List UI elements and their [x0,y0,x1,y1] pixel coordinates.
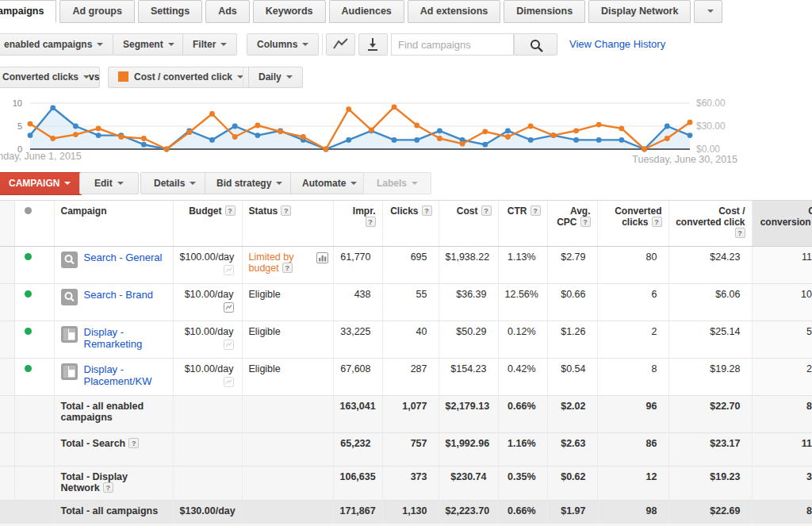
download-icon [359,34,387,55]
clicks-cell: 373 [382,466,439,501]
header-rate[interactable]: Click conversion rate [752,201,812,247]
cost_conv-cell: $22.70 [668,396,752,433]
filter-button[interactable]: Filter [182,33,237,56]
columns-button[interactable]: Columns [247,33,319,56]
header-status[interactable]: Status? [242,201,333,247]
budget-cell [173,433,242,466]
tab-ads[interactable]: Ads [205,0,250,23]
automate-button[interactable]: Automate [290,172,369,194]
new-campaign-button[interactable]: CAMPAIGN [0,172,82,195]
row-status-dot-cell [14,359,54,396]
budget-value[interactable]: $10.00/day [180,363,234,374]
clicks-cell: 55 [382,284,439,321]
help-icon[interactable]: ? [652,217,662,227]
more-tabs-button[interactable] [694,0,722,23]
budget-cell: $10.00/day [173,359,242,396]
status-cell [242,466,333,501]
header-clicks[interactable]: Clicks? [382,201,439,247]
help-icon[interactable]: ? [282,263,293,273]
period-button[interactable]: Daily [248,67,303,88]
help-icon[interactable]: ? [103,482,113,493]
bid-strategy-button[interactable]: Bid strategy [205,172,294,194]
help-icon[interactable]: ? [366,217,376,227]
help-icon[interactable]: ? [735,228,745,238]
display-campaign-icon [61,363,78,380]
campaign-link[interactable]: Display - Remarketing [84,326,167,350]
bid-strategy-icon[interactable] [224,377,234,387]
tab-audiences[interactable]: Audiences [329,0,404,23]
help-icon[interactable]: ? [530,205,541,216]
rate-cell: 3 [752,466,812,501]
divider [243,67,243,88]
cost_conv-cell: $19.23 [668,466,752,501]
tab-keywords[interactable]: Keywords [253,0,326,23]
ctr-cell: 12.56% [498,284,547,321]
budget-cell: $10.00/day [173,321,242,359]
bid-strategy-icon[interactable] [224,340,234,350]
clicks-cell: 287 [382,359,439,396]
conv_clicks-cell: 12 [597,466,668,501]
table-row: Search - Brand$10.00/dayEligible43855$36… [0,284,812,321]
bid-strategy-icon[interactable] [224,265,234,275]
header-impr[interactable]: Impr.? [333,201,382,247]
search-button[interactable] [514,33,557,56]
help-icon[interactable]: ? [481,205,492,216]
header-ctr[interactable]: CTR? [498,201,547,247]
tab-display-network[interactable]: Display Network [588,0,691,23]
conv_clicks-cell: 8 [597,359,668,396]
row-spacer-cell [0,321,14,359]
find-campaigns-input[interactable] [391,33,514,56]
segment-button[interactable]: Segment [113,33,185,56]
tab-dimensions[interactable]: Dimensions [504,0,585,23]
enabled-dot-icon [25,290,32,298]
campaign-link[interactable]: Search - General [84,251,163,263]
header-cost[interactable]: Cost? [439,201,498,247]
rate-cell: 5 [752,321,812,359]
total-label: Total - Display Network [61,471,128,493]
help-icon[interactable]: ? [422,205,432,216]
row-spacer-cell [0,501,14,524]
metric-2-button[interactable]: Cost / converted click [108,67,254,88]
header-avg-cpc[interactable]: Avg. CPC? [547,201,597,247]
budget-value[interactable]: $100.00/day [180,251,234,263]
labels-button: Labels [363,172,431,194]
campaign-filter-button[interactable]: enabled campaigns [0,33,113,56]
toggle-graph-button[interactable] [326,33,355,56]
table-row: Display - Remarketing$10.00/dayEligible3… [0,321,812,359]
help-icon[interactable]: ? [225,205,236,216]
display-campaign-icon [61,326,78,343]
conv_clicks-cell: 6 [597,284,668,321]
budget-value[interactable]: $10.00/day [180,326,234,337]
impr-cell: 61,770 [333,247,382,284]
details-button[interactable]: Details [140,172,209,194]
help-icon[interactable]: ? [281,205,291,216]
header-cost-conv[interactable]: Cost / converted click? [668,201,752,247]
table-row: Display - Placement/KW$10.00/dayEligible… [0,359,812,396]
tab-campaigns[interactable]: Campaigns [0,0,56,23]
tab-ad-extensions[interactable]: Ad extensions [408,0,500,23]
caret-down-icon [97,43,103,46]
tab-ad-groups[interactable]: Ad groups [59,0,135,23]
bid-strategy-icon[interactable] [224,302,234,313]
clicks-cell: 695 [382,247,439,284]
impr-cell: 171,867 [333,501,382,524]
help-icon[interactable]: ? [580,217,591,227]
caret-down-icon [276,182,282,185]
budget-value[interactable]: $10.00/day [180,289,234,300]
cost_conv-cell: $6.06 [668,284,752,321]
header-budget[interactable]: Budget? [173,201,242,247]
header-conv-clicks[interactable]: Converted clicks? [597,201,668,247]
campaign-link[interactable]: Display - Placement/KW [84,363,167,387]
campaign-link[interactable]: Search - Brand [84,289,153,301]
clicks-cell: 1,130 [382,501,439,524]
tab-settings[interactable]: Settings [138,0,202,23]
header-campaign[interactable]: Campaign [54,201,173,247]
help-icon[interactable]: ? [128,438,139,448]
view-change-history-link[interactable]: View Change History [569,38,665,50]
download-button[interactable] [358,33,388,56]
campaigns-table: CampaignBudget?Status?Impr.?Clicks?Cost?… [0,200,812,524]
status-chart-icon[interactable] [316,252,328,263]
conv_clicks-cell: 86 [597,433,668,466]
edit-button[interactable]: Edit [79,172,139,194]
metric-1-button[interactable]: Converted clicks [0,67,100,88]
